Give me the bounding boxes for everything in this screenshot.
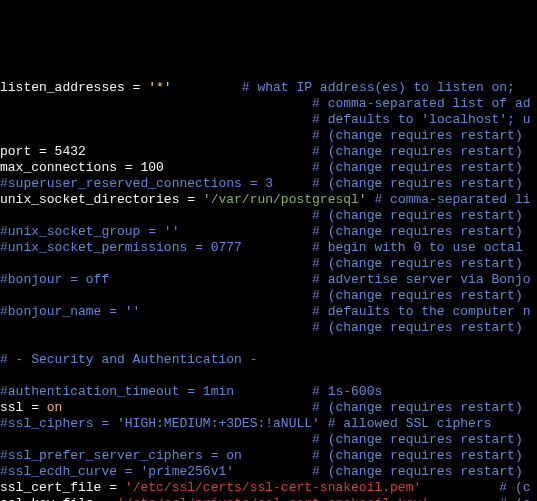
code-token (0, 128, 312, 143)
code-token (421, 480, 499, 495)
code-line[interactable]: #unix_socket_permissions = 0777 # begin … (0, 240, 537, 256)
code-token: #ssl_ciphers = 'HIGH:MEDIUM:+3DES:!aNULL… (0, 416, 491, 431)
code-token: # (c (499, 496, 530, 501)
code-line[interactable]: # (change requires restart) (0, 288, 537, 304)
code-token (0, 96, 312, 111)
code-token: ssl = (0, 400, 47, 415)
code-line[interactable]: #ssl_ecdh_curve = 'prime256v1' # (change… (0, 464, 537, 480)
code-line[interactable]: # (change requires restart) (0, 320, 537, 336)
code-token: #superuser_reserved_connections = 3 # (c… (0, 176, 523, 191)
code-line[interactable]: ssl_cert_file = '/etc/ssl/certs/ssl-cert… (0, 480, 537, 496)
code-line[interactable]: # (change requires restart) (0, 432, 537, 448)
code-line[interactable]: port = 5432 # (change requires restart) (0, 144, 537, 160)
code-line[interactable]: #authentication_timeout = 1min # 1s-600s (0, 384, 537, 400)
code-token: # (change requires restart) (312, 288, 523, 303)
code-line[interactable]: # (change requires restart) (0, 128, 537, 144)
code-line[interactable]: # comma-separated list of ad (0, 96, 537, 112)
code-token: listen_addresses = (0, 80, 148, 95)
code-token: #authentication_timeout = 1min # 1s-600s (0, 384, 382, 399)
code-line[interactable]: #ssl_ciphers = 'HIGH:MEDIUM:+3DES:!aNULL… (0, 416, 537, 432)
code-token (172, 80, 242, 95)
code-line[interactable]: #unix_socket_group = '' # (change requir… (0, 224, 537, 240)
code-token: # (change requires restart) (312, 160, 523, 175)
code-token (0, 320, 312, 335)
code-line[interactable]: # defaults to 'localhost'; u (0, 112, 537, 128)
code-token: # defaults to 'localhost'; u (312, 112, 530, 127)
code-token (0, 112, 312, 127)
code-token: unix_socket_directories = (0, 192, 203, 207)
code-line[interactable]: ssl = on # (change requires restart) (0, 400, 537, 416)
code-token: #bonjour_name = '' # defaults to the com… (0, 304, 531, 319)
code-line[interactable]: listen_addresses = '*' # what IP address… (0, 80, 537, 96)
code-line[interactable]: ssl_key_file = '/etc/ssl/private/ssl-cer… (0, 496, 537, 501)
code-token: #ssl_ecdh_curve = 'prime256v1' # (change… (0, 464, 523, 479)
code-token: # (change requires restart) (312, 432, 523, 447)
code-token: # (change requires restart) (312, 144, 523, 159)
code-line[interactable]: unix_socket_directories = '/var/run/post… (0, 192, 537, 208)
code-token: # - Security and Authentication - (0, 352, 257, 367)
code-token: # comma-separated li (374, 192, 530, 207)
code-token (62, 400, 312, 415)
code-token: #bonjour = off # advertise server via Bo… (0, 272, 531, 287)
code-token: # (change requires restart) (312, 256, 523, 271)
code-token (0, 368, 8, 383)
code-token (0, 336, 8, 351)
code-token: # (change requires restart) (312, 128, 523, 143)
code-token: max_connections = 100 (0, 160, 312, 175)
code-token (0, 256, 312, 271)
code-token: ssl_key_file = (0, 496, 117, 501)
code-line[interactable]: # - Security and Authentication - (0, 352, 537, 368)
code-token: '/etc/ssl/private/ssl-cert-snakeoil.key' (117, 496, 429, 501)
code-token: #ssl_prefer_server_ciphers = on # (chang… (0, 448, 523, 463)
code-token: '/etc/ssl/certs/ssl-cert-snakeoil.pem' (125, 480, 421, 495)
code-token: '/var/run/postgresql' (203, 192, 367, 207)
code-line[interactable] (0, 368, 537, 384)
code-token: # (change requires restart) (312, 320, 523, 335)
code-token: #unix_socket_permissions = 0777 # begin … (0, 240, 531, 255)
code-token: # (change requires restart) (312, 208, 523, 223)
code-line[interactable]: #ssl_prefer_server_ciphers = on # (chang… (0, 448, 537, 464)
code-token: port = 5432 (0, 144, 312, 159)
code-token (0, 288, 312, 303)
code-token: # comma-separated list of ad (312, 96, 530, 111)
code-line[interactable] (0, 336, 537, 352)
code-token: '*' (148, 80, 171, 95)
code-token: # (change requires restart) (312, 400, 523, 415)
code-token (0, 432, 312, 447)
code-token: # what IP address(es) to listen on; (242, 80, 515, 95)
code-token (429, 496, 499, 501)
code-line[interactable]: # (change requires restart) (0, 208, 537, 224)
code-line[interactable]: #bonjour_name = '' # defaults to the com… (0, 304, 537, 320)
code-token (0, 208, 312, 223)
code-line[interactable]: #superuser_reserved_connections = 3 # (c… (0, 176, 537, 192)
code-token: # (c (499, 480, 530, 495)
code-editor[interactable]: listen_addresses = '*' # what IP address… (0, 80, 537, 501)
code-line[interactable]: #bonjour = off # advertise server via Bo… (0, 272, 537, 288)
code-token: ssl_cert_file = (0, 480, 125, 495)
code-token: #unix_socket_group = '' # (change requir… (0, 224, 523, 239)
code-token: on (47, 400, 63, 415)
code-line[interactable]: max_connections = 100 # (change requires… (0, 160, 537, 176)
code-line[interactable]: # (change requires restart) (0, 256, 537, 272)
